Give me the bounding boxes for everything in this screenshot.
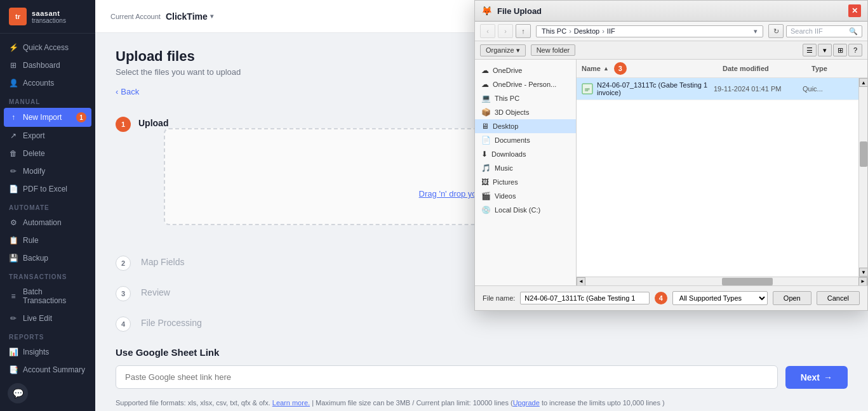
- 3d-objects-label: 3D Objects: [495, 108, 529, 116]
- horiz-thumb[interactable]: [722, 278, 773, 285]
- videos-icon: 🎬: [481, 192, 491, 200]
- desktop-icon: 🖥: [481, 122, 489, 131]
- brand-name: saasant: [32, 10, 66, 17]
- filename-input[interactable]: [520, 292, 649, 304]
- dialog-navbar: ‹ › ↑ This PC › Desktop › IIF ▾ ↻ Search…: [475, 22, 867, 41]
- sidebar-item-quick-access[interactable]: ⚡ Quick Access: [0, 39, 95, 56]
- sidebar-pictures[interactable]: 🖼 Pictures: [475, 175, 576, 189]
- sidebar-onedrive-personal[interactable]: ☁ OneDrive - Person...: [475, 77, 576, 91]
- cancel-button[interactable]: Cancel: [817, 291, 860, 305]
- organize-button[interactable]: Organize ▾: [480, 44, 526, 56]
- sidebar-item-batch-transactions[interactable]: ≡ Batch Transactions: [0, 283, 95, 310]
- sidebar-item-rule[interactable]: 📋 Rule: [0, 232, 95, 249]
- sidebar-item-label: Insights: [23, 348, 49, 356]
- column-type[interactable]: Type: [811, 65, 862, 72]
- new-folder-button[interactable]: New folder: [531, 44, 576, 56]
- automation-icon: ⚙: [9, 218, 18, 227]
- back-arrow-icon: ‹: [116, 87, 118, 96]
- downloads-icon: ⬇: [481, 150, 488, 159]
- dialog-close-button[interactable]: ✕: [848, 4, 861, 17]
- horizontal-scrollbar[interactable]: ◄ ►: [577, 277, 867, 285]
- this-pc-label: This PC: [495, 95, 519, 102]
- file-rows-area: IIF N24-06-07_1311Tc (Gabe Testing 1 inv…: [577, 78, 867, 277]
- sidebar-item-modify[interactable]: ✏ Modify: [0, 162, 95, 180]
- 3d-objects-icon: 📦: [481, 108, 491, 117]
- dialog-footer: File name: 4 All Supported Types Open Ca…: [475, 285, 867, 310]
- sidebar-item-label: Backup: [23, 254, 48, 263]
- next-button[interactable]: Next →: [785, 366, 848, 389]
- view-details-button[interactable]: ☰: [803, 44, 817, 56]
- sidebar-videos[interactable]: 🎬 Videos: [475, 189, 576, 203]
- view-icons-button[interactable]: ⊞: [833, 44, 847, 56]
- scroll-right-arrow[interactable]: ►: [858, 277, 867, 286]
- chat-button[interactable]: 💬: [8, 383, 28, 403]
- google-sheet-input[interactable]: [116, 365, 778, 389]
- sidebar-this-pc[interactable]: 💻 This PC: [475, 91, 576, 105]
- sidebar-item-accounts[interactable]: 👤 Accounts: [0, 74, 95, 92]
- column-date[interactable]: Date modified: [723, 65, 811, 72]
- upgrade-link[interactable]: Upgrade: [513, 399, 540, 407]
- vertical-scrollbar[interactable]: ▲ ▼: [858, 78, 867, 277]
- sidebar-onedrive[interactable]: ☁ OneDrive: [475, 63, 576, 77]
- product-name: transactions: [32, 17, 66, 24]
- documents-icon: 📄: [481, 136, 491, 145]
- sidebar-item-label: New Import: [23, 113, 62, 122]
- reports-section-label: REPORTS: [0, 327, 95, 343]
- account-switcher[interactable]: ClickTime ▾: [166, 11, 213, 22]
- scroll-thumb[interactable]: [860, 141, 867, 167]
- dialog-sidebar: ☁ OneDrive ☁ OneDrive - Person... 💻 This…: [475, 60, 577, 285]
- nav-path: This PC › Desktop › IIF ▾: [536, 25, 763, 37]
- step-2-label: Map Fields: [141, 256, 184, 267]
- modify-icon: ✏: [9, 167, 18, 176]
- nav-back-button[interactable]: ‹: [480, 24, 495, 38]
- sidebar-item-label: Accounts: [23, 79, 54, 88]
- sidebar-item-account-summary[interactable]: 📑 Account Summary: [0, 361, 95, 375]
- onedrive-personal-icon: ☁: [481, 80, 489, 89]
- nav-forward-button[interactable]: ›: [498, 24, 513, 38]
- delete-icon: 🗑: [9, 149, 18, 158]
- col-type-label: Type: [811, 65, 827, 72]
- footer-end: to increase the limits upto 10,000 lines…: [540, 399, 665, 407]
- file-upload-dialog: 🦊 File Upload ✕ ‹ › ↑ This PC › Desktop …: [474, 0, 868, 311]
- sidebar-desktop[interactable]: 🖥 Desktop: [475, 119, 576, 133]
- file-type-text: Quic...: [803, 85, 853, 93]
- scroll-down-arrow[interactable]: ▼: [859, 268, 867, 277]
- onedrive-personal-label: OneDrive - Person...: [493, 81, 556, 88]
- rule-icon: 📋: [9, 236, 18, 245]
- sidebar-item-backup[interactable]: 💾 Backup: [0, 249, 95, 267]
- search-box[interactable]: Search IIF 🔍: [786, 25, 862, 37]
- local-disk-label: Local Disk (C:): [495, 206, 540, 214]
- nav-up-button[interactable]: ↑: [516, 24, 531, 38]
- sidebar-local-disk[interactable]: 💿 Local Disk (C:): [475, 203, 576, 217]
- chat-section: 💬: [0, 375, 95, 411]
- svg-text:IIF: IIF: [585, 88, 590, 92]
- sidebar-item-dashboard[interactable]: ⊞ Dashboard: [0, 56, 95, 74]
- sidebar-3d-objects[interactable]: 📦 3D Objects: [475, 105, 576, 119]
- sidebar-item-automation[interactable]: ⚙ Automation: [0, 214, 95, 232]
- file-row[interactable]: IIF N24-06-07_1311Tc (Gabe Testing 1 inv…: [577, 78, 858, 100]
- horiz-track: [585, 278, 858, 285]
- nav-refresh-button[interactable]: ↻: [768, 24, 784, 38]
- sidebar-item-delete[interactable]: 🗑 Delete: [0, 145, 95, 162]
- footer-before: Supported file formats: xls, xlsx, csv, …: [116, 399, 272, 407]
- view-dropdown-button[interactable]: ▾: [818, 44, 832, 56]
- help-button[interactable]: ?: [848, 44, 862, 56]
- scroll-track: [859, 87, 867, 268]
- scroll-up-arrow[interactable]: ▲: [859, 78, 867, 87]
- sidebar-item-pdf-to-excel[interactable]: 📄 PDF to Excel: [0, 180, 95, 198]
- learn-more-link[interactable]: Learn more.: [272, 399, 310, 407]
- open-button[interactable]: Open: [773, 291, 811, 305]
- sidebar-documents[interactable]: 📄 Documents: [475, 133, 576, 147]
- filetype-select[interactable]: All Supported Types: [672, 291, 768, 305]
- sidebar-item-export[interactable]: ↗ Export: [0, 127, 95, 145]
- insights-icon: 📊: [9, 348, 18, 356]
- onedrive-label: OneDrive: [493, 67, 522, 74]
- scroll-left-arrow[interactable]: ◄: [577, 277, 585, 286]
- sidebar-item-insights[interactable]: 📊 Insights: [0, 343, 95, 361]
- sidebar-music[interactable]: 🎵 Music: [475, 161, 576, 175]
- column-name[interactable]: Name ▲ 3: [582, 62, 723, 75]
- sidebar-downloads[interactable]: ⬇ Downloads: [475, 147, 576, 161]
- sidebar-item-live-edit[interactable]: ✏ Live Edit: [0, 310, 95, 327]
- sidebar-item-label: Automation: [23, 218, 62, 227]
- sidebar-item-new-import[interactable]: ↑ New Import 1: [4, 108, 91, 127]
